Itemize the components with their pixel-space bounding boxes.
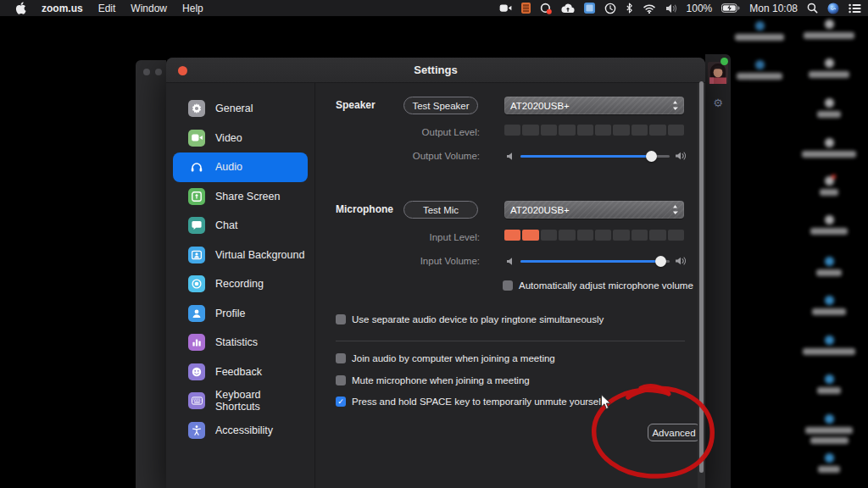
blurred-desktop-icon[interactable] [802, 374, 856, 394]
desktop-icon-glyph [755, 21, 765, 30]
screen-record-icon[interactable] [540, 3, 552, 14]
volume-icon[interactable] [665, 3, 677, 14]
output-volume-slider[interactable] [507, 150, 687, 162]
sidebar-item-chat[interactable]: Chat [173, 211, 308, 241]
blurred-desktop-icon[interactable] [802, 414, 856, 444]
section-divider [336, 341, 685, 341]
zoom-main-window-edge[interactable]: ⚙ [705, 54, 731, 488]
sidebar-item-share-screen[interactable]: Share Screen [173, 182, 308, 212]
checkbox-label: Press and hold SPACE key to temporarily … [352, 396, 604, 407]
apple-logo-icon[interactable] [15, 2, 26, 14]
level-segment [649, 125, 665, 136]
sidebar-item-general[interactable]: General [173, 94, 308, 124]
test-mic-button[interactable]: Test Mic [403, 201, 478, 219]
blurred-desktop-icon[interactable] [734, 60, 785, 80]
menu-bar-status-area: 100%Mon 10:08 [499, 3, 868, 14]
test-speaker-button[interactable]: Test Speaker [403, 97, 478, 114]
level-segment [613, 230, 629, 241]
film-icon[interactable] [521, 3, 531, 14]
speaker-label: Speaker [336, 99, 376, 111]
input-level-label: Input Level: [336, 232, 480, 242]
desktop-icon-label [818, 466, 840, 473]
settings-window: Settings GeneralVideoAudioShare ScreenCh… [166, 58, 705, 488]
sidebar-item-profile[interactable]: Profile [173, 299, 308, 329]
gear-icon [188, 100, 205, 117]
control-list-icon[interactable] [849, 3, 861, 14]
blurred-desktop-icon[interactable] [802, 58, 856, 78]
sidebar-item-statistics[interactable]: Statistics [173, 328, 308, 358]
meeting-checkbox-row[interactable]: ✓Press and hold SPACE key to temporarily… [336, 396, 604, 407]
background-window-edge[interactable] [136, 60, 166, 488]
desktop-icon-glyph [825, 176, 834, 186]
sidebar-item-accessibility[interactable]: Accessibility [173, 416, 308, 446]
siri-icon[interactable] [827, 3, 839, 14]
video-camera-icon[interactable] [499, 3, 512, 13]
cloud-upload-icon[interactable] [561, 3, 575, 14]
bluetooth-icon[interactable] [626, 3, 633, 14]
menu-app-name[interactable]: zoom.us [42, 3, 83, 14]
scrollbar-track[interactable] [698, 83, 705, 488]
meeting-checkbox-row[interactable]: Mute microphone when joining a meeting [336, 375, 530, 385]
microphone-device-value: AT2020USB+ [510, 205, 570, 215]
blurred-desktop-icon[interactable] [802, 138, 856, 158]
blurred-desktop-icon[interactable] [802, 296, 856, 315]
photos-icon[interactable] [584, 3, 595, 14]
microphone-device-select[interactable]: AT2020USB+ [504, 201, 684, 219]
desktop-icon-glyph [825, 19, 834, 29]
menu-clock[interactable]: Mon 10:08 [749, 3, 798, 14]
time-machine-icon[interactable] [604, 3, 616, 14]
scrollbar-thumb[interactable] [699, 81, 704, 473]
sidebar-item-label: Video [215, 132, 242, 144]
checkbox[interactable] [336, 375, 346, 385]
blurred-desktop-icon[interactable] [734, 21, 785, 41]
battery-charging-icon [721, 3, 740, 13]
sidebar-item-virtual-background[interactable]: Virtual Background [173, 241, 308, 270]
sidebar-item-label: Profile [215, 308, 245, 319]
checkbox[interactable] [336, 353, 346, 363]
menu-edit[interactable]: Edit [98, 3, 116, 14]
sidebar-item-recording[interactable]: Recording [173, 269, 308, 299]
blurred-desktop-icon[interactable] [802, 336, 856, 355]
blurred-desktop-icon[interactable] [802, 176, 856, 196]
level-segment [613, 125, 629, 136]
auto-adjust-mic-checkbox-row[interactable]: Automatically adjust microphone volume [503, 280, 693, 291]
smiley-icon [188, 363, 205, 380]
blurred-desktop-icon[interactable] [802, 453, 856, 473]
blurred-desktop-icon[interactable] [802, 19, 856, 39]
person-card-icon [188, 247, 205, 263]
checkbox[interactable] [336, 314, 346, 324]
ringtone-checkbox-row[interactable]: Use separate audio device to play ringto… [336, 314, 604, 324]
speaker-device-select[interactable]: AT2020USB+ [504, 97, 684, 114]
slider-thumb[interactable] [655, 256, 666, 267]
microphone-label: Microphone [336, 203, 393, 215]
meeting-checkbox-row[interactable]: Join audio by computer when joining a me… [336, 353, 555, 363]
settings-gear-icon[interactable]: ⚙ [705, 97, 731, 109]
sidebar-item-audio[interactable]: Audio [173, 152, 308, 182]
menu-window[interactable]: Window [131, 3, 167, 14]
wifi-icon[interactable] [643, 3, 656, 14]
search-icon[interactable] [807, 3, 818, 14]
blurred-desktop-icon[interactable] [802, 215, 856, 235]
slider-thumb[interactable] [646, 151, 657, 162]
sidebar-item-keyboard-shortcuts[interactable]: Keyboard Shortcuts [173, 386, 308, 416]
menu-help[interactable]: Help [182, 3, 203, 14]
headphones-icon [188, 158, 205, 175]
checkbox[interactable] [503, 280, 513, 291]
sidebar-item-label: Share Screen [215, 191, 280, 202]
input-volume-slider[interactable] [507, 255, 687, 267]
camera-icon [188, 130, 205, 147]
sidebar-item-feedback[interactable]: Feedback [173, 358, 308, 387]
checkbox[interactable]: ✓ [336, 396, 346, 407]
advanced-button[interactable]: Advanced [648, 424, 700, 441]
blurred-desktop-icon[interactable] [802, 98, 856, 118]
battery-percent-label: 100% [687, 3, 713, 14]
volume-high-icon [676, 152, 687, 160]
blurred-desktop-icon[interactable] [802, 257, 856, 276]
slider-track[interactable] [520, 155, 670, 158]
window-title: Settings [166, 58, 705, 83]
notification-dot [832, 175, 836, 179]
sidebar-item-video[interactable]: Video [173, 124, 308, 153]
window-titlebar[interactable]: Settings [166, 58, 705, 83]
input-volume-label: Input Volume: [336, 256, 480, 266]
slider-track[interactable] [520, 260, 670, 263]
